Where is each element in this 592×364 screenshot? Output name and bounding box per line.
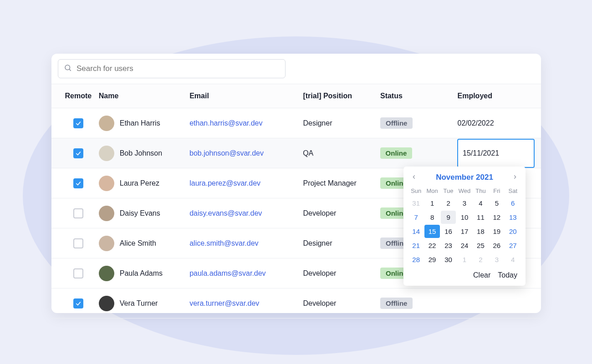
avatar <box>99 296 114 311</box>
datepicker-dow: Tue <box>440 186 456 196</box>
remote-checkbox[interactable] <box>73 298 83 308</box>
datepicker-day[interactable]: 2 <box>473 253 488 266</box>
user-email[interactable]: laura.perez@svar.dev <box>189 179 303 187</box>
avatar <box>99 206 114 221</box>
datepicker-day[interactable]: 23 <box>441 239 456 252</box>
status-badge: Offline <box>380 298 413 309</box>
datepicker-day[interactable]: 14 <box>408 225 424 238</box>
remote-checkbox[interactable] <box>73 148 83 158</box>
user-position: Designer <box>303 239 380 248</box>
datepicker-day[interactable]: 26 <box>489 239 504 252</box>
svg-point-0 <box>65 65 70 70</box>
datepicker-day[interactable]: 15 <box>424 225 439 238</box>
search-box[interactable] <box>58 59 286 78</box>
user-position: Project Manager <box>303 179 380 187</box>
table-row[interactable]: Vera Turnervera.turner@svar.devDeveloper… <box>51 288 541 318</box>
svg-line-1 <box>69 69 71 71</box>
avatar <box>99 236 114 251</box>
user-name: Paula Adams <box>120 269 163 278</box>
remote-checkbox[interactable] <box>73 238 83 248</box>
datepicker-day[interactable]: 19 <box>489 225 504 238</box>
col-header-employed[interactable]: Employed <box>457 92 535 100</box>
remote-checkbox[interactable] <box>73 178 83 188</box>
user-email[interactable]: bob.johnson@svar.dev <box>189 149 303 157</box>
col-header-position[interactable]: [trial] Position <box>303 92 380 100</box>
user-name: Bob Johnson <box>120 149 162 157</box>
datepicker-day[interactable]: 12 <box>489 211 504 224</box>
datepicker-popover: November 2021 SunMonTueWedThuFriSat31123… <box>403 167 526 286</box>
user-name: Ethan Harris <box>120 119 160 127</box>
datepicker-day[interactable]: 1 <box>424 197 439 210</box>
datepicker-day[interactable]: 31 <box>408 197 424 210</box>
search-icon <box>64 64 72 74</box>
remote-checkbox[interactable] <box>73 268 83 278</box>
datepicker-dow: Thu <box>473 186 489 196</box>
datepicker-dow: Wed <box>456 186 472 196</box>
status-badge: Offline <box>380 117 413 129</box>
user-position: Developer <box>303 299 380 308</box>
datepicker-day[interactable]: 20 <box>505 225 521 238</box>
user-position: QA <box>303 149 380 157</box>
user-email[interactable]: daisy.evans@svar.dev <box>189 209 303 217</box>
datepicker-day[interactable]: 13 <box>505 211 521 224</box>
user-position: Developer <box>303 269 380 278</box>
datepicker-day[interactable]: 11 <box>473 211 488 224</box>
employed-date[interactable]: 02/02/2022 <box>457 119 535 127</box>
col-header-name[interactable]: Name <box>99 92 189 100</box>
col-header-status[interactable]: Status <box>380 92 458 100</box>
datepicker-day[interactable]: 24 <box>457 239 472 252</box>
datepicker-dow: Sun <box>408 186 424 196</box>
datepicker-day[interactable]: 25 <box>473 239 488 252</box>
avatar <box>99 146 114 161</box>
user-email[interactable]: ethan.harris@svar.dev <box>189 119 303 127</box>
datepicker-clear-button[interactable]: Clear <box>473 271 490 279</box>
table-header: Remote Name Email [trial] Position Statu… <box>51 84 541 108</box>
user-email[interactable]: paula.adams@svar.dev <box>189 269 303 278</box>
datepicker-day[interactable]: 30 <box>441 253 456 266</box>
datepicker-day[interactable]: 3 <box>489 253 504 266</box>
datepicker-day[interactable]: 8 <box>424 211 439 224</box>
datepicker-title[interactable]: November 2021 <box>436 173 493 182</box>
datepicker-day[interactable]: 22 <box>424 239 439 252</box>
datepicker-day[interactable]: 28 <box>408 253 424 266</box>
next-month-button[interactable] <box>512 174 518 182</box>
datepicker-day[interactable]: 3 <box>457 197 472 210</box>
datepicker-dow: Fri <box>489 186 505 196</box>
prev-month-button[interactable] <box>411 174 417 182</box>
user-name: Laura Perez <box>120 179 159 187</box>
datepicker-day[interactable]: 10 <box>457 211 472 224</box>
datepicker-day[interactable]: 18 <box>473 225 488 238</box>
datepicker-day[interactable]: 6 <box>505 197 521 210</box>
datepicker-today-button[interactable]: Today <box>498 271 517 279</box>
user-name: Daisy Evans <box>120 209 160 217</box>
col-header-email[interactable]: Email <box>189 92 303 100</box>
datepicker-day[interactable]: 4 <box>505 253 521 266</box>
remote-checkbox[interactable] <box>73 208 83 218</box>
datepicker-day[interactable]: 2 <box>441 197 456 210</box>
user-position: Developer <box>303 209 380 217</box>
datepicker-day[interactable]: 4 <box>473 197 488 210</box>
user-name: Alice Smith <box>120 239 156 248</box>
user-email[interactable]: alice.smith@svar.dev <box>189 239 303 248</box>
datepicker-day[interactable]: 27 <box>505 239 521 252</box>
table-row[interactable]: Bob Johnsonbob.johnson@svar.devQAOnline1… <box>51 138 541 168</box>
datepicker-day[interactable]: 16 <box>441 225 456 238</box>
datepicker-day[interactable]: 17 <box>457 225 472 238</box>
datepicker-day[interactable]: 29 <box>424 253 439 266</box>
datepicker-dow: Sat <box>505 186 521 196</box>
status-badge: Online <box>380 147 413 159</box>
user-email[interactable]: vera.turner@svar.dev <box>189 299 303 308</box>
datepicker-day[interactable]: 5 <box>489 197 504 210</box>
user-position: Designer <box>303 119 380 127</box>
employed-date-input[interactable]: 15/11/2021 <box>457 139 535 168</box>
datepicker-day[interactable]: 21 <box>408 239 424 252</box>
col-header-remote[interactable]: Remote <box>58 92 99 100</box>
datepicker-day[interactable]: 9 <box>441 211 456 224</box>
datepicker-day[interactable]: 1 <box>457 253 472 266</box>
avatar <box>99 116 114 131</box>
datepicker-day[interactable]: 7 <box>408 211 424 224</box>
search-input[interactable] <box>77 64 280 73</box>
table-row[interactable]: Ethan Harrisethan.harris@svar.devDesigne… <box>51 108 541 138</box>
remote-checkbox[interactable] <box>73 118 83 128</box>
user-name: Vera Turner <box>120 299 158 308</box>
